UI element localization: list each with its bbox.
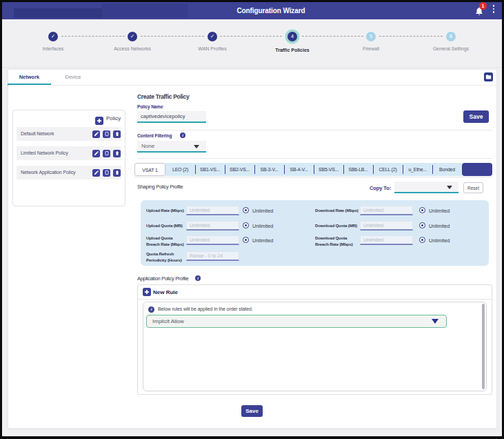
shaping-section-title: Shaping Policy Profile [137, 184, 183, 190]
download-rate-label: Download Rate (Mbps) [315, 208, 359, 214]
wan-tab-separator [403, 165, 403, 174]
quota-refresh-input[interactable] [186, 251, 239, 261]
download-breach-label-line1: Download Quota [315, 235, 347, 240]
wan-tab-sb3[interactable]: SB-3-V... [254, 163, 284, 176]
content-filtering-select[interactable]: None [137, 141, 206, 153]
step-label-traffic-policies: Traffic Policies [251, 48, 334, 52]
download-quota-label: Download Quota (MB) [315, 223, 357, 229]
policy-row[interactable]: Limited Network Policy [17, 146, 121, 160]
policy-name: Network Application Policy [21, 166, 76, 179]
upload-rate-label: Upload Rate (Mbps) [146, 208, 184, 214]
form-title: Create Traffic Policy [137, 93, 189, 100]
wan-tab-sb2[interactable]: SB2-VS... [225, 163, 254, 176]
step-interfaces-icon[interactable]: ✓ [48, 32, 58, 41]
wan-tab-separator [195, 165, 196, 174]
unlimited-label: Unlimited [252, 223, 273, 229]
upload-quota-input[interactable] [186, 221, 239, 231]
upload-rate-input[interactable] [186, 206, 239, 215]
reset-button[interactable]: Reset [463, 182, 483, 193]
add-policy-button[interactable]: Policy [95, 114, 125, 123]
wan-tab-vsat1[interactable]: VSAT 1 [134, 163, 165, 176]
delete-icon[interactable] [113, 130, 121, 138]
overflow-menu-icon[interactable] [491, 3, 496, 14]
step-label-interfaces: Interfaces [12, 46, 94, 51]
stepper-connector [302, 36, 363, 37]
info-icon[interactable]: i [195, 275, 201, 281]
new-rule-button[interactable]: New Rule [153, 289, 178, 295]
download-breach-rate-input[interactable] [360, 235, 413, 245]
step-label-access-networks: Access Networks [91, 46, 174, 51]
info-icon: i [148, 306, 154, 313]
wan-tab-leo[interactable]: LEO (2) [165, 163, 195, 176]
folder-icon[interactable] [484, 72, 493, 81]
divider [134, 177, 492, 177]
upload-breach-rate-input[interactable] [186, 235, 239, 245]
new-rule-plus-icon[interactable] [143, 288, 151, 296]
wan-tab-separator [225, 165, 225, 174]
upload-breach-unlimited-radio[interactable] [243, 237, 249, 243]
download-quota-unlimited-radio[interactable] [419, 222, 425, 228]
save-button[interactable]: Save [463, 110, 489, 123]
rules-scrollbar[interactable] [482, 304, 485, 389]
policy-row[interactable]: Network Application Policy [17, 166, 121, 179]
application-section-title: Application Policy Profile [137, 275, 188, 282]
copy-icon[interactable] [103, 150, 110, 157]
download-rate-input[interactable] [360, 206, 413, 215]
rule-select[interactable]: Implicit Allow [146, 315, 447, 328]
app-header: Configuration Wizard [2, 2, 502, 19]
step-traffic-policies-icon[interactable]: 4 [288, 32, 297, 41]
unlimited-label: Unlimited [429, 237, 450, 244]
divider [138, 299, 492, 300]
edit-icon[interactable] [92, 130, 100, 138]
tab-device[interactable]: Device [51, 69, 95, 86]
download-breach-unlimited-radio[interactable] [419, 237, 425, 243]
unlimited-label: Unlimited [429, 208, 450, 214]
step-wan-profiles-icon[interactable]: ✓ [208, 32, 217, 41]
wan-tab-uethe[interactable]: u_Ethe... [403, 163, 432, 176]
wan-tab-separator [254, 165, 255, 174]
policy-row[interactable]: Default Network [17, 127, 121, 141]
download-rate-unlimited-radio[interactable] [419, 207, 425, 213]
step-access-networks-icon[interactable]: ✓ [128, 32, 137, 41]
upload-breach-label-line2: Breach Rate (Mbps) [146, 242, 184, 246]
chevron-down-icon [432, 319, 439, 324]
step-firewall-icon[interactable]: 5 [366, 32, 376, 41]
wan-tab-bonded[interactable]: Bonded [432, 163, 462, 176]
edit-icon[interactable] [92, 169, 100, 177]
copy-icon[interactable] [103, 169, 110, 177]
notification-badge: 1 [479, 2, 487, 10]
divider [137, 130, 492, 130]
wizard-stepper [2, 19, 502, 67]
download-breach-label-line2: Breach Rate (Mbps) [315, 242, 353, 246]
quota-refresh-label-line1: Quota Refresh [146, 251, 174, 256]
policy-name-label: Policy Name [137, 104, 163, 109]
unlimited-label: Unlimited [252, 208, 273, 214]
add-policy-label: Policy [106, 115, 121, 121]
divider [137, 158, 492, 159]
bottom-save-button[interactable]: Save [241, 405, 263, 417]
download-quota-input[interactable] [360, 221, 413, 231]
copy-icon[interactable] [103, 130, 110, 138]
policy-name-input[interactable] [137, 111, 206, 123]
step-general-settings-icon[interactable]: 6 [446, 32, 456, 41]
chevron-down-icon [447, 186, 452, 189]
wan-tab-sb6[interactable]: SB6-LB... [343, 163, 373, 176]
edit-icon[interactable] [92, 150, 100, 157]
upload-quota-unlimited-radio[interactable] [243, 222, 249, 228]
upload-rate-unlimited-radio[interactable] [243, 207, 249, 213]
content-filtering-value: None [141, 141, 154, 150]
wan-tab-selected-unlabeled[interactable] [462, 163, 492, 176]
delete-icon[interactable] [113, 150, 121, 157]
wan-tab-sb4[interactable]: SB-4-V... [284, 163, 314, 176]
stepper-connector [220, 36, 282, 37]
wan-tab-sb1[interactable]: SB1-VS... [195, 163, 225, 176]
upload-quota-label: Upload Quota (MB) [146, 223, 183, 229]
info-icon[interactable]: i [180, 133, 185, 138]
stepper-connector [379, 36, 443, 37]
wan-tab-cell[interactable]: CELL (2) [373, 163, 403, 176]
wan-tab-separator [284, 165, 285, 174]
wan-tab-separator [432, 165, 433, 174]
copy-to-select[interactable] [394, 182, 458, 193]
delete-icon[interactable] [113, 169, 121, 177]
wan-tab-sb5[interactable]: SB5-VS... [314, 163, 343, 176]
